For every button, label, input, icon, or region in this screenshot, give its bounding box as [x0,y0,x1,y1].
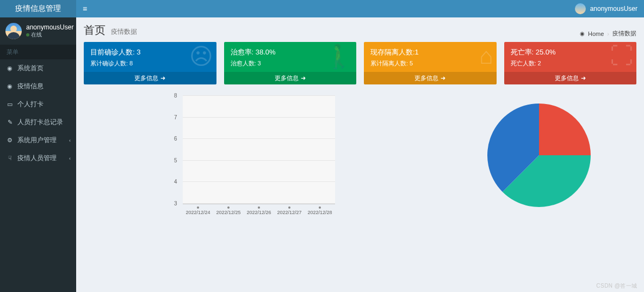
dashboard-icon: ◉ [7,65,13,72]
card-quarantine: ⌂ 现存隔离人数:1 累计隔离人数: 5 更多信息 ➜ [364,42,497,84]
arrow-circle-icon: ➜ [441,75,445,82]
sidebar-item-epidemic-personnel[interactable]: ☟ 疫情人员管理 ‹ [0,149,76,167]
hamburger-icon[interactable]: ≡ [83,4,87,13]
card-footer-label: 更多信息 [555,74,579,82]
user-status-text: 在线 [31,31,42,39]
line-chart-container: 8 7 6 5 4 3 2022/12/24 2022/12/25 2022/1… [84,95,434,217]
card-subtitle: 治愈人数: 3 [231,59,350,68]
breadcrumb-separator: › [607,31,609,37]
sidebar-item-user-management[interactable]: ⚙ 系统用户管理 ‹ [0,131,76,149]
user-panel: anonymousUser 在线 [0,17,76,45]
topbar-username: anonymousUser [590,5,637,13]
arrow-circle-icon: ➜ [160,75,165,82]
card-death-rate: ⛶ 死亡率: 25.0% 死亡人数: 2 更多信息 ➜ [504,42,637,84]
card-title: 现存隔离人数:1 [370,47,490,57]
charts-row: 8 7 6 5 4 3 2022/12/24 2022/12/25 2022/1… [84,95,636,217]
menu-header: 菜单 [0,45,76,59]
card-subtitle: 累计确诊人数: 8 [90,59,210,68]
page-subtitle: 疫情数据 [111,28,137,35]
x-tick: 2022/12/26 [244,206,274,215]
laptop-icon: ▭ [7,101,13,108]
sidebar-item-label: 系统首页 [17,64,44,73]
card-footer-link[interactable]: 更多信息 ➜ [84,72,216,84]
card-footer-link[interactable]: 更多信息 ➜ [504,72,637,84]
user-status: 在线 [26,31,73,39]
card-confirmed: ☹ 目前确诊人数: 3 累计确诊人数: 8 更多信息 ➜ [84,42,216,84]
sidebar-item-label: 人员打卡总记录 [17,118,63,127]
breadcrumb-current: 疫情数据 [612,29,636,38]
breadcrumb-home[interactable]: Home [588,31,604,37]
dashboard-icon: ◉ [7,83,13,90]
pie-slice [539,104,591,155]
card-footer-label: 更多信息 [414,74,438,82]
card-footer-link[interactable]: 更多信息 ➜ [364,72,497,84]
sidebar: 疫情信息管理 anonymousUser 在线 菜单 ◉ 系统首页 ◉ 疫情信息 [0,0,76,292]
line-chart-x-axis: 2022/12/24 2022/12/25 2022/12/26 2022/12… [183,204,335,217]
card-subtitle: 累计隔离人数: 5 [370,59,490,68]
avatar[interactable] [5,23,22,39]
sidebar-item-label: 系统用户管理 [17,136,57,145]
hand-icon: ☟ [7,155,13,162]
edit-icon: ✎ [7,119,13,126]
sidebar-item-label: 疫情信息 [17,82,44,91]
y-tick: 5 [174,157,177,163]
topbar: ≡ anonymousUser [76,0,644,17]
chevron-left-icon: ‹ [69,156,71,161]
x-tick: 2022/12/28 [305,206,335,215]
cogs-icon: ⚙ [7,137,13,144]
app-logo[interactable]: 疫情信息管理 [0,0,76,17]
dashboard-icon: ◉ [580,31,585,36]
sidebar-item-checkin-records[interactable]: ✎ 人员打卡总记录 [0,113,76,131]
y-tick: 3 [174,200,177,206]
x-tick: 2022/12/27 [274,206,305,215]
y-tick: 8 [174,93,177,99]
y-tick: 7 [174,114,177,120]
page-title: 首页 [84,24,106,36]
sidebar-item-epidemic-info[interactable]: ◉ 疫情信息 [0,77,76,95]
user-name: anonymousUser [26,23,73,31]
x-tick: 2022/12/25 [213,206,244,215]
x-tick: 2022/12/24 [183,206,213,215]
sidebar-item-label: 个人打卡 [17,100,44,109]
y-tick: 6 [174,136,177,142]
card-subtitle: 死亡人数: 2 [511,59,630,68]
topbar-user[interactable]: anonymousUser [575,3,637,14]
line-chart: 8 7 6 5 4 3 2022/12/24 2022/12/25 2022/1… [183,95,335,217]
sidebar-menu: ◉ 系统首页 ◉ 疫情信息 ▭ 个人打卡 ✎ 人员打卡总记录 ⚙ 系统用户管理 … [0,59,76,167]
avatar-icon [575,3,586,14]
main: ≡ anonymousUser 首页 疫情数据 ◉ Home › 疫情数据 [76,0,644,292]
content: ☹ 目前确诊人数: 3 累计确诊人数: 8 更多信息 ➜ 🚶 治愈率: 38.0… [76,42,644,292]
sidebar-item-personal-checkin[interactable]: ▭ 个人打卡 [0,95,76,113]
arrow-circle-icon: ➜ [581,75,586,82]
card-cure-rate: 🚶 治愈率: 38.0% 治愈人数: 3 更多信息 ➜ [224,42,357,84]
status-dot-icon [26,33,29,36]
stat-cards: ☹ 目前确诊人数: 3 累计确诊人数: 8 更多信息 ➜ 🚶 治愈率: 38.0… [84,42,636,84]
watermark: CSDN @答一城 [596,282,637,290]
pie-chart-container [442,95,636,217]
sidebar-item-home[interactable]: ◉ 系统首页 [0,59,76,77]
chevron-left-icon: ‹ [69,138,71,143]
card-footer-label: 更多信息 [275,74,299,82]
card-footer-label: 更多信息 [134,74,158,82]
pie-chart [485,101,593,210]
content-header: 首页 疫情数据 ◉ Home › 疫情数据 [76,17,644,42]
line-chart-grid: 8 7 6 5 4 3 [183,95,335,204]
card-footer-link[interactable]: 更多信息 ➜ [224,72,357,84]
y-tick: 4 [174,179,177,185]
arrow-circle-icon: ➜ [301,75,306,82]
breadcrumb: ◉ Home › 疫情数据 [580,29,636,38]
sidebar-item-label: 疫情人员管理 [17,154,57,163]
